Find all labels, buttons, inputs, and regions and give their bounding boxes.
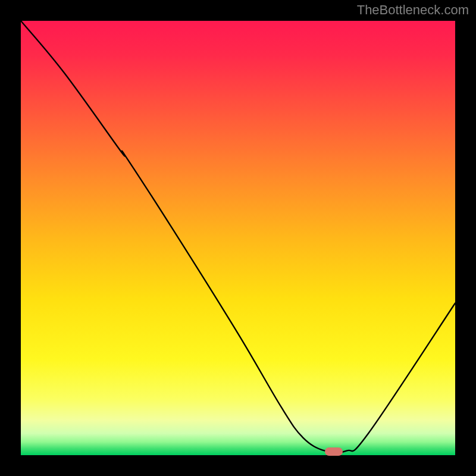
- watermark-text: TheBottleneck.com: [357, 2, 469, 18]
- optimal-marker: [325, 447, 343, 456]
- chart-plot-area: [21, 21, 455, 455]
- chart-curve-svg: [21, 21, 455, 455]
- bottleneck-curve-path: [21, 21, 455, 453]
